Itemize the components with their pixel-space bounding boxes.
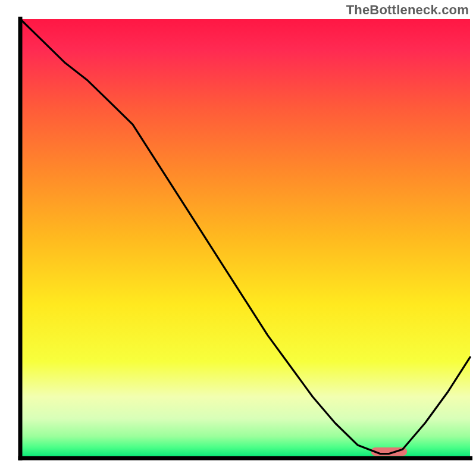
watermark-text: TheBottleneck.com [346, 2, 469, 18]
plot-area [18, 17, 473, 461]
chart-container: TheBottleneck.com [0, 0, 476, 476]
gradient-background [20, 19, 470, 458]
bottleneck-chart [0, 0, 476, 476]
